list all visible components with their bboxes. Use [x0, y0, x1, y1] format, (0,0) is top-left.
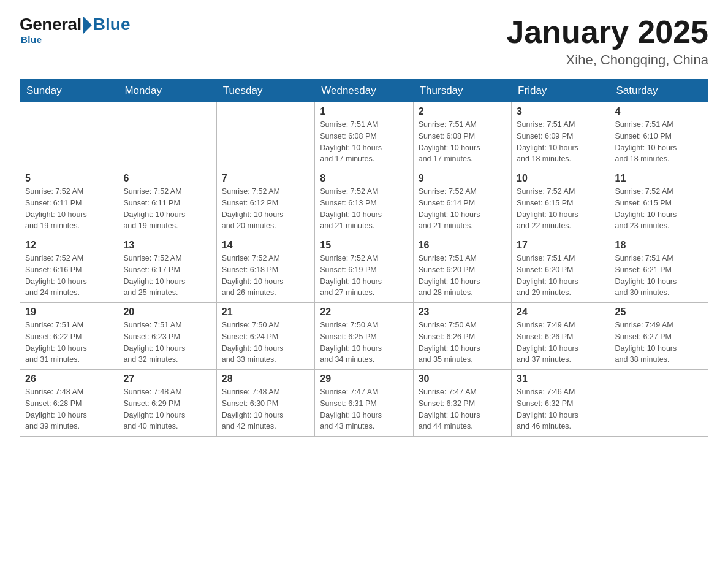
day-number: 3 [517, 106, 604, 117]
calendar-week-row: 12Sunrise: 7:52 AM Sunset: 6:16 PM Dayli… [20, 236, 708, 303]
day-number: 28 [222, 373, 309, 385]
calendar-day-header: Tuesday [216, 80, 314, 102]
day-number: 15 [320, 240, 408, 251]
calendar-cell: 3Sunrise: 7:51 AM Sunset: 6:09 PM Daylig… [512, 102, 610, 169]
day-info: Sunrise: 7:52 AM Sunset: 6:11 PM Dayligh… [25, 186, 113, 232]
day-number: 8 [320, 173, 408, 184]
day-info: Sunrise: 7:52 AM Sunset: 6:14 PM Dayligh… [419, 186, 506, 232]
day-info: Sunrise: 7:48 AM Sunset: 6:29 PM Dayligh… [123, 386, 211, 432]
day-number: 18 [615, 240, 703, 251]
day-info: Sunrise: 7:52 AM Sunset: 6:15 PM Dayligh… [615, 186, 703, 232]
calendar-cell: 19Sunrise: 7:51 AM Sunset: 6:22 PM Dayli… [20, 303, 118, 370]
month-title: January 2025 [506, 15, 708, 50]
calendar-table: SundayMondayTuesdayWednesdayThursdayFrid… [20, 79, 708, 437]
day-number: 26 [25, 373, 113, 385]
day-info: Sunrise: 7:51 AM Sunset: 6:20 PM Dayligh… [517, 253, 604, 299]
logo-underline-text: Blue [21, 34, 42, 45]
day-info: Sunrise: 7:52 AM Sunset: 6:18 PM Dayligh… [222, 253, 309, 299]
calendar-cell: 15Sunrise: 7:52 AM Sunset: 6:19 PM Dayli… [315, 236, 413, 303]
day-info: Sunrise: 7:48 AM Sunset: 6:30 PM Dayligh… [222, 386, 309, 432]
logo-general-text: General [20, 15, 82, 34]
calendar-cell: 9Sunrise: 7:52 AM Sunset: 6:14 PM Daylig… [413, 169, 511, 236]
calendar-day-header: Friday [512, 80, 610, 102]
day-number: 22 [320, 307, 408, 318]
day-info: Sunrise: 7:51 AM Sunset: 6:08 PM Dayligh… [419, 119, 506, 165]
day-info: Sunrise: 7:51 AM Sunset: 6:10 PM Dayligh… [615, 119, 703, 165]
calendar-day-header: Sunday [20, 80, 118, 102]
calendar-cell [20, 102, 118, 169]
day-info: Sunrise: 7:50 AM Sunset: 6:26 PM Dayligh… [419, 320, 506, 366]
calendar-cell: 10Sunrise: 7:52 AM Sunset: 6:15 PM Dayli… [512, 169, 610, 236]
day-number: 11 [615, 173, 703, 184]
calendar-day-header: Monday [118, 80, 216, 102]
calendar-cell: 16Sunrise: 7:51 AM Sunset: 6:20 PM Dayli… [413, 236, 511, 303]
calendar-cell: 4Sunrise: 7:51 AM Sunset: 6:10 PM Daylig… [610, 102, 708, 169]
calendar-week-row: 26Sunrise: 7:48 AM Sunset: 6:28 PM Dayli… [20, 370, 708, 437]
calendar-week-row: 19Sunrise: 7:51 AM Sunset: 6:22 PM Dayli… [20, 303, 708, 370]
day-number: 21 [222, 307, 309, 318]
calendar-cell: 22Sunrise: 7:50 AM Sunset: 6:25 PM Dayli… [315, 303, 413, 370]
day-info: Sunrise: 7:52 AM Sunset: 6:16 PM Dayligh… [25, 253, 113, 299]
day-info: Sunrise: 7:52 AM Sunset: 6:15 PM Dayligh… [517, 186, 604, 232]
day-info: Sunrise: 7:52 AM Sunset: 6:11 PM Dayligh… [123, 186, 211, 232]
calendar-cell: 5Sunrise: 7:52 AM Sunset: 6:11 PM Daylig… [20, 169, 118, 236]
day-number: 19 [25, 307, 113, 318]
day-info: Sunrise: 7:52 AM Sunset: 6:13 PM Dayligh… [320, 186, 408, 232]
day-number: 10 [517, 173, 604, 184]
day-number: 29 [320, 373, 408, 385]
day-number: 27 [123, 373, 211, 385]
calendar-cell: 2Sunrise: 7:51 AM Sunset: 6:08 PM Daylig… [413, 102, 511, 169]
calendar-day-header: Saturday [610, 80, 708, 102]
page-header: General Blue Blue January 2025 Xihe, Cho… [20, 15, 708, 68]
location: Xihe, Chongqing, China [506, 52, 708, 68]
day-number: 24 [517, 307, 604, 318]
day-number: 4 [615, 106, 703, 117]
day-number: 7 [222, 173, 309, 184]
calendar-cell: 14Sunrise: 7:52 AM Sunset: 6:18 PM Dayli… [216, 236, 314, 303]
day-number: 16 [419, 240, 506, 251]
day-number: 14 [222, 240, 309, 251]
day-info: Sunrise: 7:46 AM Sunset: 6:32 PM Dayligh… [517, 386, 604, 432]
calendar-cell: 27Sunrise: 7:48 AM Sunset: 6:29 PM Dayli… [118, 370, 216, 437]
day-number: 2 [419, 106, 506, 117]
calendar-cell: 28Sunrise: 7:48 AM Sunset: 6:30 PM Dayli… [216, 370, 314, 437]
day-info: Sunrise: 7:47 AM Sunset: 6:31 PM Dayligh… [320, 386, 408, 432]
calendar-cell: 21Sunrise: 7:50 AM Sunset: 6:24 PM Dayli… [216, 303, 314, 370]
day-info: Sunrise: 7:51 AM Sunset: 6:23 PM Dayligh… [123, 320, 211, 366]
calendar-week-row: 1Sunrise: 7:51 AM Sunset: 6:08 PM Daylig… [20, 102, 708, 169]
day-number: 20 [123, 307, 211, 318]
day-info: Sunrise: 7:52 AM Sunset: 6:17 PM Dayligh… [123, 253, 211, 299]
day-info: Sunrise: 7:47 AM Sunset: 6:32 PM Dayligh… [419, 386, 506, 432]
calendar-cell: 17Sunrise: 7:51 AM Sunset: 6:20 PM Dayli… [512, 236, 610, 303]
calendar-cell: 7Sunrise: 7:52 AM Sunset: 6:12 PM Daylig… [216, 169, 314, 236]
day-number: 23 [419, 307, 506, 318]
day-info: Sunrise: 7:51 AM Sunset: 6:20 PM Dayligh… [419, 253, 506, 299]
day-number: 12 [25, 240, 113, 251]
day-number: 17 [517, 240, 604, 251]
calendar-cell: 30Sunrise: 7:47 AM Sunset: 6:32 PM Dayli… [413, 370, 511, 437]
calendar-cell: 6Sunrise: 7:52 AM Sunset: 6:11 PM Daylig… [118, 169, 216, 236]
calendar-day-header: Thursday [413, 80, 511, 102]
calendar-week-row: 5Sunrise: 7:52 AM Sunset: 6:11 PM Daylig… [20, 169, 708, 236]
title-block: January 2025 Xihe, Chongqing, China [506, 15, 708, 68]
logo: General Blue Blue [20, 15, 130, 45]
day-info: Sunrise: 7:51 AM Sunset: 6:09 PM Dayligh… [517, 119, 604, 165]
calendar-cell: 20Sunrise: 7:51 AM Sunset: 6:23 PM Dayli… [118, 303, 216, 370]
calendar-cell: 29Sunrise: 7:47 AM Sunset: 6:31 PM Dayli… [315, 370, 413, 437]
calendar-day-header: Wednesday [315, 80, 413, 102]
day-info: Sunrise: 7:51 AM Sunset: 6:08 PM Dayligh… [320, 119, 408, 165]
day-number: 1 [320, 106, 408, 117]
logo-triangle-icon [83, 17, 92, 34]
day-info: Sunrise: 7:52 AM Sunset: 6:19 PM Dayligh… [320, 253, 408, 299]
calendar-cell: 31Sunrise: 7:46 AM Sunset: 6:32 PM Dayli… [512, 370, 610, 437]
day-info: Sunrise: 7:51 AM Sunset: 6:21 PM Dayligh… [615, 253, 703, 299]
day-info: Sunrise: 7:49 AM Sunset: 6:27 PM Dayligh… [615, 320, 703, 366]
day-number: 13 [123, 240, 211, 251]
calendar-cell [216, 102, 314, 169]
day-info: Sunrise: 7:52 AM Sunset: 6:12 PM Dayligh… [222, 186, 309, 232]
calendar-cell: 26Sunrise: 7:48 AM Sunset: 6:28 PM Dayli… [20, 370, 118, 437]
calendar-cell: 18Sunrise: 7:51 AM Sunset: 6:21 PM Dayli… [610, 236, 708, 303]
calendar-header-row: SundayMondayTuesdayWednesdayThursdayFrid… [20, 80, 708, 102]
calendar-cell: 11Sunrise: 7:52 AM Sunset: 6:15 PM Dayli… [610, 169, 708, 236]
day-number: 6 [123, 173, 211, 184]
